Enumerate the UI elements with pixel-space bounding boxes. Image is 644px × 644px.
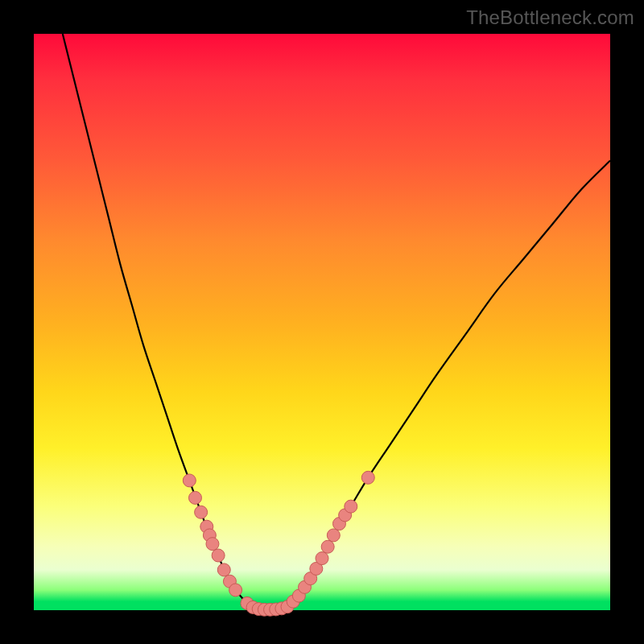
marker-group [183, 471, 374, 616]
watermark-text: TheBottleneck.com [466, 6, 634, 29]
data-marker [229, 584, 242, 597]
data-marker [321, 540, 334, 553]
data-marker [327, 529, 340, 542]
data-marker [212, 549, 225, 562]
data-marker [217, 564, 230, 576]
chart-frame: TheBottleneck.com [0, 0, 644, 644]
data-marker [183, 474, 196, 487]
data-marker [206, 538, 219, 551]
data-marker [195, 506, 208, 518]
data-marker [316, 552, 328, 565]
chart-svg [34, 34, 610, 610]
data-marker [188, 491, 201, 504]
data-marker [345, 500, 357, 513]
data-marker [361, 471, 374, 484]
